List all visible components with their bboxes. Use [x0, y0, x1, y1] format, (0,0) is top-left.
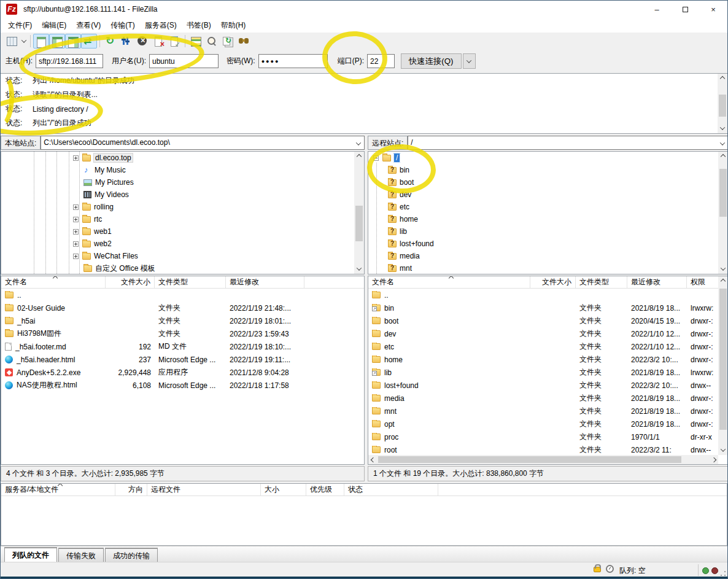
file-row-NAS使用教程.html[interactable]: NAS使用教程.html6,108Microsoft Edge ...2022/…	[1, 379, 364, 392]
local-path-combobox[interactable]: C:\Users\ecoo\Documents\dl.ecoo.top\	[41, 136, 365, 150]
local-tree-item-web2[interactable]: web2	[1, 238, 364, 250]
refresh-button[interactable]	[103, 34, 118, 49]
local-tree-item-dl.ecoo.top[interactable]: dl.ecoo.top	[1, 152, 364, 164]
file-row-AnyDesk+5.2.2.exe[interactable]: AnyDesk+5.2.2.exe2,929,448应用程序2021/12/8 …	[1, 366, 364, 379]
file-row-opt[interactable]: opt文件夹2021/8/19 18...drwxr-:	[368, 418, 728, 430]
site-manager-button[interactable]	[4, 34, 20, 49]
file-row-lib[interactable]: lib文件夹2021/8/19 18...lrwxrw:	[368, 366, 728, 379]
remote-tree-item-root[interactable]: /	[368, 152, 728, 164]
quickconnect-dropdown-button[interactable]	[463, 53, 476, 69]
site-manager-dropdown-button[interactable]	[20, 34, 28, 49]
file-row-_h5ai.footer.md[interactable]: _h5ai.footer.md192MD 文件2022/1/19 18:10:.…	[1, 340, 364, 353]
expander-minus-icon[interactable]	[373, 155, 379, 161]
menu-item-1[interactable]: 编辑(E)	[37, 18, 71, 33]
local-tree-item-My Videos[interactable]: My Videos	[1, 188, 364, 201]
toggle-local-tree-button[interactable]	[49, 34, 65, 49]
column-header-文件类型[interactable]: 文件类型	[576, 276, 627, 288]
column-header-文件类型[interactable]: 文件类型	[155, 276, 226, 288]
close-button[interactable]: ×	[699, 1, 727, 18]
synchronized-browsing-button[interactable]	[220, 34, 236, 49]
scrollbar-thumb[interactable]	[719, 95, 726, 117]
column-header-文件大小[interactable]: 文件大小	[530, 276, 576, 288]
port-input[interactable]	[367, 54, 395, 68]
remote-tree-item-bin[interactable]: bin	[368, 164, 728, 176]
column-header-最近修改[interactable]: 最近修改	[627, 276, 687, 288]
scrollbar-thumb[interactable]	[719, 289, 727, 430]
file-row-_h5ai.header.html[interactable]: _h5ai.header.html237Microsoft Edge ...20…	[1, 353, 364, 366]
resize-grip[interactable]	[720, 570, 726, 577]
disconnect-button[interactable]	[150, 34, 166, 49]
column-header-权限[interactable]: 权限	[687, 276, 719, 288]
menu-item-4[interactable]: 服务器(S)	[140, 18, 182, 33]
expander-plus-icon[interactable]	[73, 241, 79, 247]
message-log-scrollbar[interactable]	[718, 74, 727, 133]
process-queue-button[interactable]	[118, 34, 134, 49]
remote-tree-item-media[interactable]: media	[368, 250, 728, 262]
local-tree-item-WeChat Files[interactable]: WeChat Files	[1, 250, 364, 262]
maximize-button[interactable]	[671, 1, 699, 18]
remote-path-combobox[interactable]: /	[408, 136, 728, 150]
file-row-media[interactable]: media文件夹2021/8/19 18...drwxr-:	[368, 392, 728, 405]
minimize-button[interactable]: –	[643, 1, 671, 18]
file-row-boot[interactable]: boot文件夹2020/4/15 19...drwxr-:	[368, 314, 728, 327]
remote-tree-item-etc[interactable]: etc	[368, 201, 728, 213]
local-tree-item-web1[interactable]: web1	[1, 225, 364, 238]
column-header-大小[interactable]: 大小	[261, 484, 306, 495]
expander-plus-icon[interactable]	[73, 229, 79, 235]
file-row-home[interactable]: home文件夹2022/3/2 10:...drwxr-:	[368, 353, 728, 366]
tab-列队的文件[interactable]: 列队的文件	[4, 547, 57, 563]
column-header-文件名[interactable]: 文件名	[368, 276, 530, 288]
local-tree-item-My Pictures[interactable]: My Pictures	[1, 176, 364, 188]
host-input[interactable]	[36, 54, 103, 68]
filter-button[interactable]	[204, 34, 220, 49]
file-row-..[interactable]: ..	[368, 289, 728, 301]
column-header-文件大小[interactable]: 文件大小	[106, 276, 155, 288]
file-row-dev[interactable]: dev文件夹2022/1/10 12...drwxr-:	[368, 327, 728, 340]
column-header-最近修改[interactable]: 最近修改	[226, 276, 304, 288]
toggle-message-log-button[interactable]	[33, 34, 49, 49]
username-input[interactable]	[149, 54, 219, 68]
scrollbar-thumb[interactable]	[378, 456, 681, 463]
remote-tree-item-mnt[interactable]: mnt	[368, 262, 728, 274]
cancel-button[interactable]	[134, 34, 150, 49]
column-header-状态[interactable]: 状态	[344, 484, 438, 495]
local-tree-item-My Music[interactable]: My Music	[1, 164, 364, 176]
local-tree-item-rolling[interactable]: rolling	[1, 201, 364, 213]
local-tree-item-自定义 Office 模板[interactable]: 自定义 Office 模板	[1, 262, 364, 274]
file-row-mnt[interactable]: mnt文件夹2021/8/19 18...drwxr-:	[368, 405, 728, 418]
expander-plus-icon[interactable]	[73, 217, 79, 222]
local-tree-item-rtc[interactable]: rtc	[1, 213, 364, 225]
file-row-_h5ai[interactable]: _h5ai文件夹2022/1/19 18:01:...	[1, 314, 364, 327]
remote-list-hscrollbar[interactable]	[368, 455, 718, 464]
remote-list-vscrollbar[interactable]	[718, 276, 728, 455]
menu-item-5[interactable]: 书签(B)	[182, 18, 216, 33]
file-row-02-User Guide[interactable]: 02-User Guide文件夹2022/1/19 21:48:...	[1, 301, 364, 314]
file-row-root[interactable]: root文件夹2022/3/2 11:drwx--	[368, 443, 728, 456]
menu-item-6[interactable]: 帮助(H)	[216, 18, 251, 33]
reconnect-button[interactable]	[166, 34, 182, 49]
toggle-queue-button[interactable]	[81, 34, 97, 49]
password-input[interactable]	[258, 54, 328, 68]
menu-item-2[interactable]: 查看(V)	[71, 18, 106, 33]
menu-item-3[interactable]: 传输(T)	[106, 18, 139, 33]
column-header-方向[interactable]: 方向	[115, 484, 147, 495]
menu-item-0[interactable]: 文件(F)	[3, 18, 37, 33]
quickconnect-button[interactable]: 快速连接(Q)	[401, 53, 462, 69]
toggle-remote-tree-button[interactable]	[65, 34, 81, 49]
column-header-文件名[interactable]: 文件名	[1, 276, 106, 288]
file-row-..[interactable]: ..	[1, 289, 364, 301]
file-row-bin[interactable]: bin文件夹2021/8/19 18...lrwxrw:	[368, 301, 728, 314]
file-row-lost+found[interactable]: lost+found文件夹2022/3/2 10:...drwx--	[368, 379, 728, 392]
remote-tree-item-boot[interactable]: boot	[368, 176, 728, 188]
file-row-proc[interactable]: proc文件夹1970/1/1dr-xr-x	[368, 430, 728, 443]
speed-limit-icon[interactable]	[606, 565, 614, 573]
remote-tree-item-lib[interactable]: lib	[368, 225, 728, 238]
file-row-etc[interactable]: etc文件夹2022/1/10 12...drwxr-:	[368, 340, 728, 353]
remote-tree-item-lost+found[interactable]: lost+found	[368, 238, 728, 250]
column-header-远程文件[interactable]: 远程文件	[147, 484, 261, 495]
column-header-服务器/本地文件[interactable]: 服务器/本地文件	[1, 484, 115, 495]
column-header-优先级[interactable]: 优先级	[306, 484, 344, 495]
expander-plus-icon[interactable]	[73, 254, 79, 259]
remote-tree-item-dev[interactable]: dev	[368, 188, 728, 201]
expander-plus-icon[interactable]	[73, 204, 79, 210]
